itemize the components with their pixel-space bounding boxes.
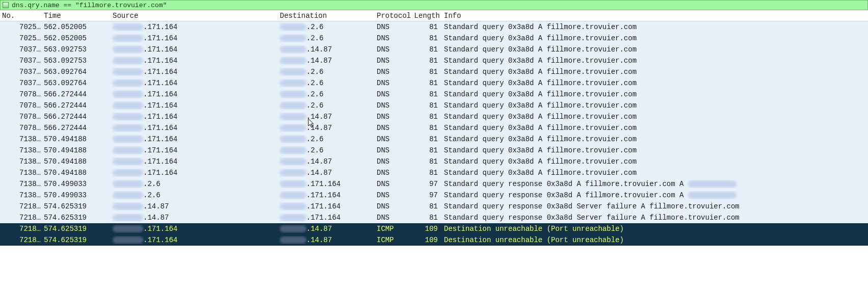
cell-no: 7218… (0, 202, 42, 210)
cell-time: 566.272444 (42, 101, 111, 110)
cell-src: .171.164 (111, 57, 278, 65)
cell-len: 81 (411, 146, 442, 154)
bookmark-icon[interactable] (3, 2, 9, 8)
cell-info: Standard query 0x3a8d A fillmore.trovuie… (442, 124, 868, 132)
table-row[interactable]: 7138…570.494188.171.164.14.87DNS81Standa… (0, 156, 868, 167)
table-row[interactable]: 7218…574.625319.171.164.14.87ICMP109Dest… (0, 234, 868, 246)
cell-no: 7138… (0, 146, 42, 154)
cell-info: Standard query 0x3a8d A fillmore.trovuie… (442, 23, 868, 31)
cell-no: 7218… (0, 236, 42, 244)
table-row[interactable]: 7037…563.092764.171.164.2.6DNS81Standard… (0, 66, 868, 77)
cell-dst: .171.164 (278, 214, 375, 222)
cell-proto: DNS (375, 68, 411, 76)
table-row[interactable]: 7218…574.625319.14.87.171.164DNS81Standa… (0, 201, 868, 212)
cell-dst: .2.6 (278, 68, 375, 76)
cell-len: 81 (411, 202, 442, 210)
cell-dst: .171.164 (278, 180, 375, 188)
cell-info: Standard query 0x3a8d A fillmore.trovuie… (442, 57, 868, 65)
cell-time: 574.625319 (42, 236, 111, 244)
cell-src: .171.164 (111, 169, 278, 177)
cell-proto: DNS (375, 191, 411, 199)
cell-dst: .2.6 (278, 146, 375, 154)
cell-dst: .2.6 (278, 79, 375, 87)
cell-proto: DNS (375, 57, 411, 65)
cell-src: .171.164 (111, 113, 278, 121)
header-info[interactable]: Info (442, 12, 868, 20)
cell-proto: DNS (375, 146, 411, 154)
cell-proto: DNS (375, 113, 411, 121)
cell-no: 7138… (0, 191, 42, 199)
table-row[interactable]: 7078…566.272444.171.164.14.87DNS81Standa… (0, 122, 868, 134)
table-row[interactable]: 7037…563.092753.171.164.14.87DNS81Standa… (0, 55, 868, 66)
cell-no: 7138… (0, 180, 42, 188)
cell-info: Standard query 0x3a8d A fillmore.trovuie… (442, 34, 868, 42)
table-row[interactable]: 7078…566.272444.171.164.14.87DNS81Standa… (0, 111, 868, 122)
cell-len: 81 (411, 68, 442, 76)
cell-len: 97 (411, 191, 442, 199)
cell-time: 570.494188 (42, 169, 111, 177)
cell-no: 7037… (0, 68, 42, 76)
cell-info: Standard query 0x3a8d A fillmore.trovuie… (442, 135, 868, 143)
cell-no: 7078… (0, 101, 42, 110)
cell-len: 81 (411, 124, 442, 132)
table-row[interactable]: 7078…566.272444.171.164.2.6DNS81Standard… (0, 100, 868, 111)
cell-len: 81 (411, 57, 442, 65)
cell-src: .171.164 (111, 157, 278, 166)
cell-src: .171.164 (111, 135, 278, 143)
cell-no: 7078… (0, 124, 42, 132)
cell-src: .171.164 (111, 23, 278, 31)
table-row[interactable]: 7037…563.092753.171.164.14.87DNS81Standa… (0, 44, 868, 55)
cell-src: .171.164 (111, 90, 278, 98)
cell-time: 566.272444 (42, 124, 111, 132)
packet-list[interactable]: 7025…562.052005.171.164.2.6DNS81Standard… (0, 21, 868, 246)
cell-time: 574.625319 (42, 214, 111, 222)
display-filter-bar[interactable]: dns.qry.name == "fillmore.trovuier.com" (0, 0, 868, 10)
table-row[interactable]: 7025…562.052005.171.164.2.6DNS81Standard… (0, 21, 868, 33)
cell-info: Standard query response 0x3a8d Server fa… (442, 214, 868, 222)
cell-src: .171.164 (111, 68, 278, 76)
display-filter-text[interactable]: dns.qry.name == "fillmore.trovuier.com" (12, 2, 167, 9)
cell-no: 7218… (0, 214, 42, 222)
cell-dst: .14.87 (278, 236, 375, 244)
cell-len: 81 (411, 169, 442, 177)
table-row[interactable]: 7138…570.494188.171.164.2.6DNS81Standard… (0, 145, 868, 156)
cell-time: 570.499033 (42, 180, 111, 188)
cell-proto: DNS (375, 79, 411, 87)
cell-len: 81 (411, 214, 442, 222)
header-src[interactable]: Source (111, 12, 278, 20)
cell-dst: .2.6 (278, 135, 375, 143)
header-dst[interactable]: Destination (278, 12, 375, 20)
cell-dst: .2.6 (278, 34, 375, 42)
cell-info: Standard query 0x3a8d A fillmore.trovuie… (442, 79, 868, 87)
cell-time: 566.272444 (42, 90, 111, 98)
header-proto[interactable]: Protocol (375, 12, 411, 20)
table-row[interactable]: 7025…562.052005.171.164.2.6DNS81Standard… (0, 33, 868, 44)
cell-dst: .2.6 (278, 101, 375, 110)
cell-dst: .2.6 (278, 23, 375, 31)
cell-time: 570.494188 (42, 157, 111, 166)
table-row[interactable]: 7138…570.494188.171.164.14.87DNS81Standa… (0, 167, 868, 178)
table-row[interactable]: 7037…563.092764.171.164.2.6DNS81Standard… (0, 77, 868, 89)
cell-info: Standard query 0x3a8d A fillmore.trovuie… (442, 90, 868, 98)
table-row[interactable]: 7138…570.499033.2.6.171.164DNS97Standard… (0, 190, 868, 201)
cell-dst: .14.87 (278, 225, 375, 233)
cell-time: 566.272444 (42, 113, 111, 121)
cell-dst: .171.164 (278, 191, 375, 199)
cell-dst: .14.87 (278, 169, 375, 177)
cell-len: 81 (411, 23, 442, 31)
header-no[interactable]: No. (0, 12, 42, 20)
cell-src: .171.164 (111, 146, 278, 154)
header-len[interactable]: Length (411, 12, 442, 20)
cell-no: 7138… (0, 135, 42, 143)
table-row[interactable]: 7218…574.625319.171.164.14.87ICMP109Dest… (0, 223, 868, 234)
cell-info: Destination unreachable (Port unreachabl… (442, 225, 868, 233)
cell-no: 7138… (0, 157, 42, 166)
table-row[interactable]: 7218…574.625319.14.87.171.164DNS81Standa… (0, 212, 868, 223)
header-time[interactable]: Time (42, 12, 111, 20)
cell-src: .171.164 (111, 101, 278, 110)
table-row[interactable]: 7078…566.272444.171.164.2.6DNS81Standard… (0, 89, 868, 100)
table-row[interactable]: 7138…570.494188.171.164.2.6DNS81Standard… (0, 134, 868, 145)
cell-time: 574.625319 (42, 202, 111, 210)
table-row[interactable]: 7138…570.499033.2.6.171.164DNS97Standard… (0, 178, 868, 190)
cell-len: 81 (411, 90, 442, 98)
